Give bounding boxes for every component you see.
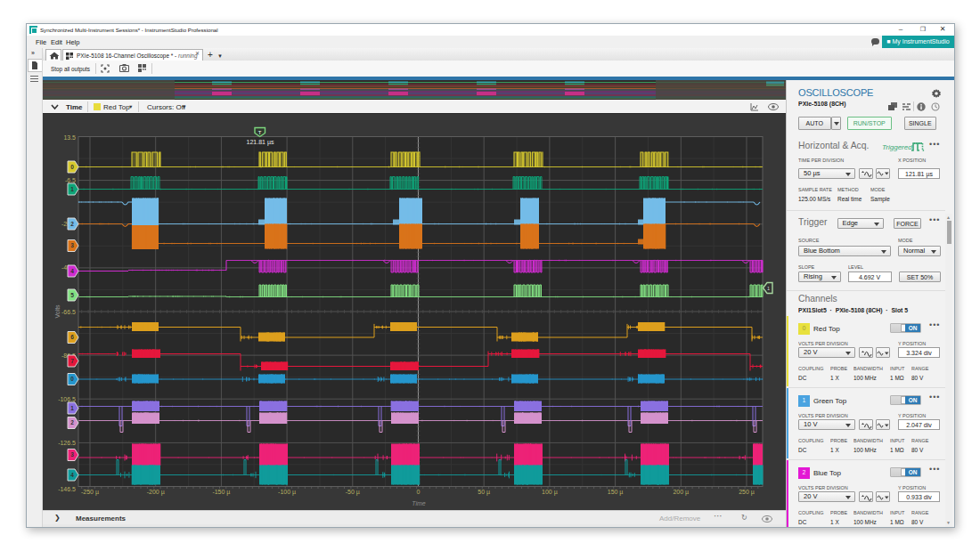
svg-text:T: T (258, 130, 262, 135)
svg-text:150 µ: 150 µ (608, 489, 624, 496)
svg-text:0: 0 (70, 164, 74, 170)
svg-text:250 µ: 250 µ (739, 489, 755, 496)
svg-text:5: 5 (70, 292, 74, 298)
svg-text:2: 2 (70, 221, 74, 227)
svg-text:-150 µ: -150 µ (212, 489, 230, 496)
svg-text:1: 1 (70, 405, 74, 411)
svg-text:1: 1 (767, 286, 770, 291)
svg-text:3: 3 (70, 451, 74, 458)
svg-text:Time: Time (412, 500, 426, 506)
svg-text:-6.5: -6.5 (65, 177, 76, 183)
svg-text:3: 3 (70, 242, 74, 248)
svg-text:0: 0 (417, 489, 421, 495)
svg-text:50 µ: 50 µ (478, 489, 490, 496)
svg-text:6: 6 (70, 334, 74, 340)
svg-text:100 µ: 100 µ (542, 489, 558, 496)
svg-text:-126.5: -126.5 (58, 440, 76, 446)
svg-text:1: 1 (70, 186, 74, 192)
svg-text:-66.5: -66.5 (61, 309, 76, 315)
svg-text:7: 7 (70, 358, 74, 364)
svg-text:-100 µ: -100 µ (278, 489, 296, 496)
svg-text:13.5: 13.5 (63, 134, 76, 141)
svg-text:200 µ: 200 µ (673, 489, 689, 496)
svg-text:Volts: Volts (54, 304, 61, 319)
svg-text:2: 2 (70, 419, 74, 425)
svg-text:4: 4 (70, 472, 74, 478)
svg-text:-146.5: -146.5 (58, 486, 76, 492)
svg-text:-50 µ: -50 µ (346, 489, 360, 496)
svg-text:4: 4 (70, 268, 74, 274)
svg-text:-200 µ: -200 µ (147, 489, 165, 496)
svg-text:121.81 µs: 121.81 µs (247, 139, 274, 146)
svg-text:-250 µ: -250 µ (81, 489, 99, 496)
svg-text:-106.5: -106.5 (58, 396, 76, 402)
svg-text:0: 0 (70, 376, 74, 382)
